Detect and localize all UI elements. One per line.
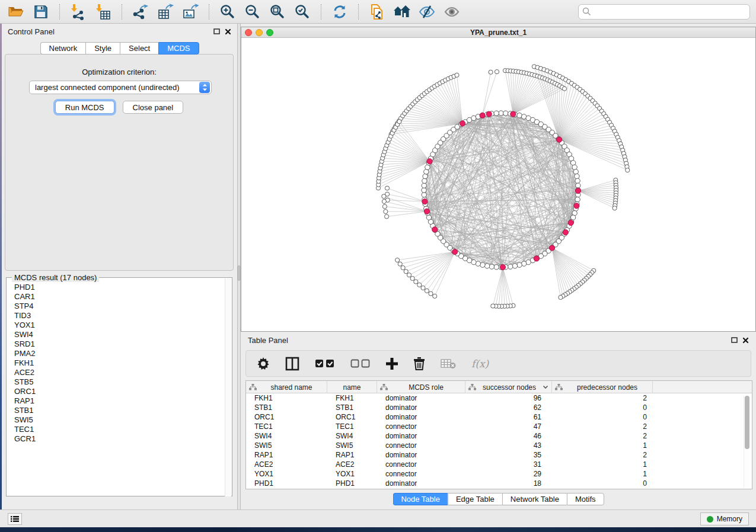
table-cell[interactable]: TEC1 [327, 422, 377, 431]
home-icon[interactable] [392, 2, 412, 21]
splitter-handle[interactable] [238, 265, 240, 281]
refresh-icon[interactable] [330, 2, 350, 21]
tab-select[interactable]: Select [120, 42, 158, 55]
export-table-icon[interactable] [155, 2, 176, 21]
mcds-result-item[interactable]: CAR1 [7, 292, 225, 302]
search-input[interactable] [594, 8, 746, 16]
tab-network-table[interactable]: Network Table [502, 493, 567, 505]
table-cell[interactable]: 96 [465, 393, 552, 403]
mcds-result-item[interactable]: PMA2 [7, 349, 225, 358]
hide-selected-eye-slash-icon[interactable] [417, 2, 437, 21]
table-cell[interactable]: SWI4 [246, 431, 327, 441]
mcds-result-scrollbar[interactable] [225, 278, 231, 496]
optimization-criterion-select[interactable]: largest connected component (undirected) [29, 81, 212, 94]
column-header-mcds-role[interactable]: MCDS role [377, 381, 465, 393]
table-cell[interactable]: dominator [377, 393, 465, 403]
table-cell[interactable]: 47 [465, 422, 552, 431]
table-row[interactable]: TEC1TEC1connector472 [246, 422, 752, 431]
zoom-selected-icon[interactable] [292, 2, 312, 21]
table-cell[interactable]: 2 [552, 422, 653, 431]
table-scrollbar-thumb[interactable] [745, 396, 749, 449]
close-panel-button[interactable]: Close panel [123, 101, 184, 114]
table-cell[interactable]: ACE2 [246, 460, 327, 469]
table-row[interactable]: RAP1RAP1dominator352 [246, 450, 752, 460]
table-cell[interactable]: 43 [465, 441, 552, 450]
memory-button[interactable]: Memory [700, 512, 749, 525]
tab-edge-table[interactable]: Edge Table [448, 493, 502, 505]
mcds-result-item[interactable]: ORC1 [7, 387, 225, 396]
tab-network[interactable]: Network [40, 42, 85, 55]
table-cell[interactable]: dominator [377, 479, 465, 488]
table-cell[interactable]: dominator [377, 431, 465, 441]
column-header-shared-name[interactable]: shared name [246, 381, 327, 393]
export-image-icon[interactable] [180, 2, 200, 21]
tab-motifs[interactable]: Motifs [567, 493, 604, 505]
open-folder-icon[interactable] [6, 2, 26, 21]
mcds-result-item[interactable]: TEC1 [7, 425, 225, 434]
mcds-result-item[interactable]: SWI4 [7, 330, 225, 339]
table-cell[interactable]: 18 [465, 479, 552, 488]
tab-mcds[interactable]: MCDS [158, 42, 199, 55]
float-panel-icon[interactable] [213, 28, 220, 34]
mcds-result-item[interactable]: ACE2 [7, 368, 225, 377]
delete-column-trash-icon[interactable] [413, 357, 425, 370]
import-table-icon[interactable] [93, 2, 113, 21]
mcds-result-item[interactable]: PHD1 [7, 283, 225, 292]
table-cell[interactable]: 1 [552, 460, 653, 469]
mcds-result-item[interactable]: TID3 [7, 311, 225, 321]
table-cell[interactable]: PHD1 [246, 479, 327, 488]
column-header-predecessor-nodes[interactable]: predecessor nodes [552, 381, 653, 393]
show-all-eye-icon[interactable] [442, 2, 462, 21]
close-panel-icon[interactable] [742, 337, 749, 344]
table-cell[interactable]: ORC1 [246, 412, 327, 422]
save-icon[interactable] [31, 2, 51, 21]
mcds-result-item[interactable]: STB1 [7, 406, 225, 415]
table-cell[interactable]: 0 [552, 412, 653, 422]
clone-network-icon[interactable] [367, 2, 387, 21]
table-cell[interactable]: YOX1 [246, 469, 327, 479]
table-cell[interactable]: RAP1 [327, 450, 377, 460]
table-cell[interactable]: STB1 [246, 403, 327, 412]
table-row[interactable]: ACE2ACE2connector311 [246, 460, 752, 469]
table-cell[interactable]: 1 [552, 441, 653, 450]
mcds-result-item[interactable]: SWI5 [7, 415, 225, 425]
mcds-result-item[interactable]: STB5 [7, 377, 225, 387]
mcds-result-item[interactable]: YOX1 [7, 321, 225, 330]
task-history-button[interactable] [8, 513, 22, 525]
table-settings-gear-icon[interactable] [257, 357, 270, 370]
column-header-name[interactable]: name [327, 381, 377, 393]
mcds-result-item[interactable]: FKH1 [7, 358, 225, 368]
table-cell[interactable]: 0 [552, 479, 653, 488]
mcds-result-item[interactable]: STP4 [7, 302, 225, 311]
table-row[interactable]: SWI4SWI4dominator462 [246, 431, 752, 441]
table-cell[interactable]: 2 [552, 450, 653, 460]
table-row[interactable]: FKH1FKH1dominator962 [246, 393, 752, 403]
table-scrollbar[interactable] [744, 396, 750, 488]
table-cell[interactable]: 29 [465, 469, 552, 479]
table-cell[interactable]: connector [377, 422, 465, 431]
table-row[interactable]: ORC1ORC1dominator610 [246, 412, 752, 422]
show-columns-icon[interactable] [285, 357, 299, 371]
table-cell[interactable]: connector [377, 460, 465, 469]
table-cell[interactable]: 31 [465, 460, 552, 469]
table-cell[interactable]: dominator [377, 450, 465, 460]
tab-style[interactable]: Style [85, 42, 120, 55]
table-row[interactable]: STB1STB1dominator620 [246, 403, 752, 412]
zoom-in-icon[interactable] [218, 2, 238, 21]
table-cell[interactable]: 2 [552, 393, 653, 403]
table-cell[interactable]: PHD1 [327, 479, 377, 488]
network-window-titlebar[interactable]: YPA_prune.txt_1 [241, 27, 755, 38]
table-cell[interactable]: SWI4 [327, 431, 377, 441]
table-cell[interactable]: RAP1 [246, 450, 327, 460]
tab-node-table[interactable]: Node Table [393, 493, 448, 505]
table-cell[interactable]: YOX1 [327, 469, 377, 479]
table-cell[interactable]: 2 [552, 431, 653, 441]
table-cell[interactable]: connector [377, 469, 465, 479]
table-cell[interactable]: ORC1 [327, 412, 377, 422]
table-cell[interactable]: SWI5 [246, 441, 327, 450]
select-all-icon[interactable] [315, 359, 335, 368]
close-panel-icon[interactable] [225, 28, 231, 35]
table-cell[interactable]: 0 [552, 403, 653, 412]
table-cell[interactable]: connector [377, 441, 465, 450]
table-cell[interactable]: 1 [552, 469, 653, 479]
